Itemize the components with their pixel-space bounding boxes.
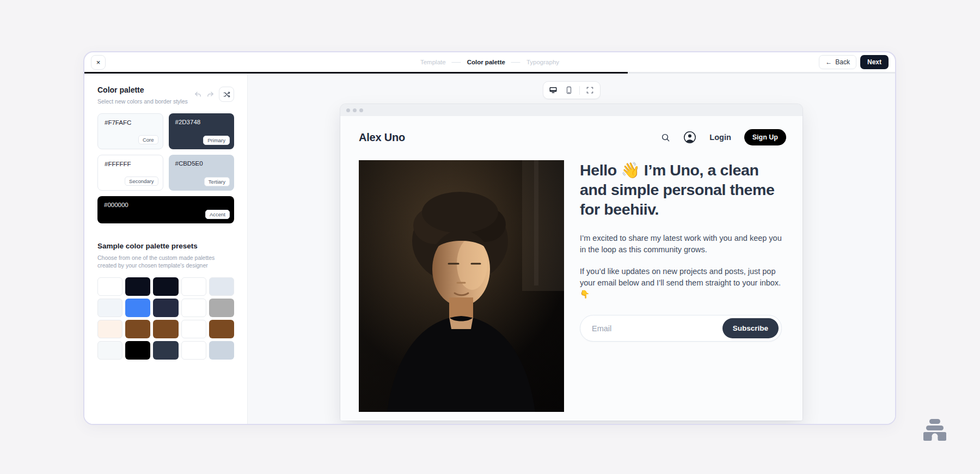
swatch-accent[interactable]: #000000 Accent bbox=[97, 196, 234, 223]
step-divider bbox=[511, 62, 520, 63]
preset-swatch[interactable] bbox=[125, 341, 150, 360]
hero-paragraph-2: If you’d like updates on new projects an… bbox=[580, 266, 782, 300]
toolbar-separator bbox=[579, 86, 580, 95]
signup-button[interactable]: Sign Up bbox=[744, 129, 786, 145]
swatch-role-chip: Secondary bbox=[125, 177, 158, 186]
preset-swatch[interactable] bbox=[209, 341, 234, 360]
page: { "topbar": { "close_icon": "×", "steps"… bbox=[0, 0, 980, 474]
sidebar-titles: Color palette Select new colors and bord… bbox=[97, 86, 194, 105]
color-palette-sidebar: Color palette Select new colors and bord… bbox=[84, 74, 248, 424]
undo-icon[interactable] bbox=[194, 90, 202, 99]
swatch-role-chip: Tertiary bbox=[204, 177, 230, 186]
sidebar-tools bbox=[194, 87, 234, 102]
window-dot bbox=[346, 108, 350, 112]
window-dot bbox=[359, 108, 363, 112]
swatch-hex: #FFFFFF bbox=[105, 161, 131, 167]
sidebar-subtitle: Select new colors and border styles bbox=[97, 98, 194, 105]
back-button[interactable]: ← Back bbox=[819, 55, 856, 69]
preset-swatch[interactable] bbox=[209, 299, 234, 317]
hero-section: Hello 👋 I’m Uno, a clean and simple pers… bbox=[340, 145, 803, 412]
preview-area: Alex Uno Login Sign Up bbox=[248, 74, 895, 424]
swatch-role-chip: Accent bbox=[205, 210, 230, 219]
swatch-hex: #CBD5E0 bbox=[175, 160, 203, 167]
email-input[interactable] bbox=[580, 315, 721, 341]
hero-text-column: Hello 👋 I’m Uno, a clean and simple pers… bbox=[580, 160, 782, 342]
swatch-hex: #000000 bbox=[104, 202, 128, 208]
back-label: Back bbox=[835, 58, 850, 66]
shuffle-button[interactable] bbox=[219, 87, 234, 102]
hero-portrait-image bbox=[359, 160, 564, 412]
swatch-primary[interactable]: #2D3748 Primary bbox=[169, 113, 235, 149]
close-button[interactable]: × bbox=[91, 55, 106, 70]
swatch-tertiary[interactable]: #CBD5E0 Tertiary bbox=[169, 155, 235, 191]
topbar-actions: ← Back Next bbox=[819, 55, 889, 69]
device-toolbar bbox=[543, 81, 601, 99]
breadcrumb: Template Color palette Typography bbox=[420, 59, 559, 65]
wizard-card: × Template Color palette Typography ← Ba… bbox=[83, 51, 896, 425]
preset-swatch[interactable] bbox=[97, 320, 122, 338]
account-icon[interactable] bbox=[683, 131, 696, 144]
preset-swatch[interactable] bbox=[153, 341, 178, 360]
wizard-topbar: × Template Color palette Typography ← Ba… bbox=[84, 52, 895, 72]
swatch-role-chip: Primary bbox=[203, 136, 230, 145]
preset-grid bbox=[97, 277, 234, 360]
preset-swatch[interactable] bbox=[153, 320, 178, 338]
mobile-view-button[interactable] bbox=[562, 83, 577, 97]
preset-swatch[interactable] bbox=[209, 277, 234, 296]
current-palette-grid: #F7FAFC Core #2D3748 Primary #FFFFFF Sec… bbox=[97, 113, 234, 223]
preset-swatch[interactable] bbox=[209, 320, 234, 338]
fullscreen-button[interactable] bbox=[583, 83, 597, 97]
sidebar-header: Color palette Select new colors and bord… bbox=[97, 86, 234, 105]
preset-swatch[interactable] bbox=[181, 320, 206, 338]
hero-paragraph-1: I’m excited to share my latest work with… bbox=[580, 233, 782, 256]
mobile-icon bbox=[566, 86, 572, 94]
subscribe-form: Subscribe bbox=[580, 315, 782, 342]
preset-swatch[interactable] bbox=[181, 299, 206, 317]
close-icon: × bbox=[96, 58, 101, 66]
preset-swatch[interactable] bbox=[125, 277, 150, 296]
next-label: Next bbox=[867, 58, 881, 66]
desktop-icon bbox=[549, 86, 558, 94]
swatch-secondary[interactable]: #FFFFFF Secondary bbox=[97, 155, 163, 191]
preset-swatch[interactable] bbox=[153, 299, 178, 317]
step-template[interactable]: Template bbox=[420, 59, 446, 65]
window-dot bbox=[353, 108, 357, 112]
login-link[interactable]: Login bbox=[709, 133, 731, 142]
preset-swatch[interactable] bbox=[181, 277, 206, 296]
preset-swatch[interactable] bbox=[125, 299, 150, 317]
preset-swatch[interactable] bbox=[97, 341, 122, 360]
preset-swatch[interactable] bbox=[125, 320, 150, 338]
site-preview: Alex Uno Login Sign Up bbox=[340, 116, 803, 421]
subscribe-button[interactable]: Subscribe bbox=[722, 318, 779, 338]
shuffle-icon bbox=[223, 91, 230, 98]
presets-title: Sample color palette presets bbox=[97, 242, 234, 250]
beehiiv-logo-icon bbox=[922, 418, 947, 443]
site-nav-actions: Login Sign Up bbox=[661, 129, 786, 145]
desktop-view-button[interactable] bbox=[546, 83, 561, 97]
preset-swatch[interactable] bbox=[97, 299, 122, 317]
expand-icon bbox=[586, 87, 593, 94]
swatch-hex: #2D3748 bbox=[175, 119, 201, 125]
preset-swatch[interactable] bbox=[153, 277, 178, 296]
step-color-palette[interactable]: Color palette bbox=[467, 59, 505, 65]
back-arrow-icon: ← bbox=[825, 58, 832, 66]
redo-icon[interactable] bbox=[206, 90, 215, 99]
site-navbar: Alex Uno Login Sign Up bbox=[340, 116, 803, 145]
presets-description: Choose from one of the custom made palet… bbox=[97, 254, 234, 269]
card-body: Color palette Select new colors and bord… bbox=[84, 74, 895, 424]
browser-titlebar bbox=[340, 104, 803, 116]
sidebar-title: Color palette bbox=[97, 86, 194, 94]
preview-browser-window: Alex Uno Login Sign Up bbox=[340, 104, 803, 421]
step-typography[interactable]: Typography bbox=[526, 59, 559, 65]
hero-heading: Hello 👋 I’m Uno, a clean and simple pers… bbox=[580, 160, 782, 219]
preset-swatch[interactable] bbox=[181, 341, 206, 360]
swatch-core[interactable]: #F7FAFC Core bbox=[97, 113, 163, 149]
search-icon[interactable] bbox=[661, 133, 670, 142]
site-brand[interactable]: Alex Uno bbox=[359, 131, 661, 144]
preset-swatch[interactable] bbox=[97, 277, 122, 296]
step-divider bbox=[452, 62, 461, 63]
swatch-hex: #F7FAFC bbox=[105, 119, 131, 126]
next-button[interactable]: Next bbox=[860, 55, 889, 69]
swatch-role-chip: Core bbox=[138, 135, 158, 144]
